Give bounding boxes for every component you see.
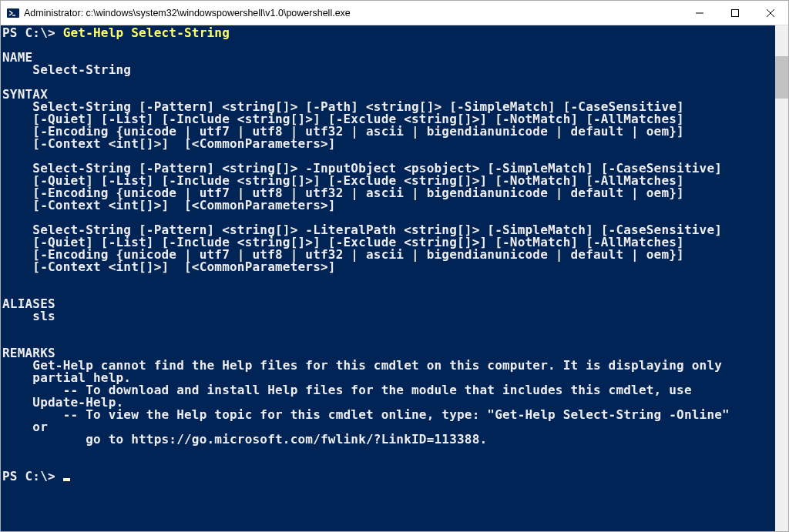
close-button[interactable] [753,1,788,25]
help-name-body: Select-String [2,62,131,77]
powershell-icon [7,7,19,19]
window-title: Administrator: c:\windows\system32\windo… [24,8,682,18]
minimize-button[interactable] [682,1,717,25]
maximize-button[interactable] [717,1,753,25]
terminal-output[interactable]: PS C:\> Get-Help Select-String NAME Sele… [1,25,775,531]
help-syntax-line: [-Context <int[]>] [<CommonParameters>] [2,259,336,274]
window-titlebar: Administrator: c:\windows\system32\windo… [1,1,788,25]
help-remarks-line: go to https://go.microsoft.com/fwlink/?L… [2,432,487,447]
cursor-icon [63,478,70,481]
prompt-command: Get-Help Select-String [63,25,230,40]
help-aliases-body: sls [2,309,55,323]
prompt-prefix: PS C:\> [2,25,63,40]
vertical-scrollbar[interactable] [775,25,788,531]
help-remarks-line: -- To view the Help topic for this cmdle… [2,407,730,422]
help-syntax-line: [-Context <int[]>] [<CommonParameters>] [2,198,336,212]
svg-rect-3 [732,9,739,16]
scrollbar-thumb[interactable] [775,56,788,99]
prompt-prefix: PS C:\> [2,469,63,483]
help-syntax-line: [-Context <int[]>] [<CommonParameters>] [2,136,336,151]
